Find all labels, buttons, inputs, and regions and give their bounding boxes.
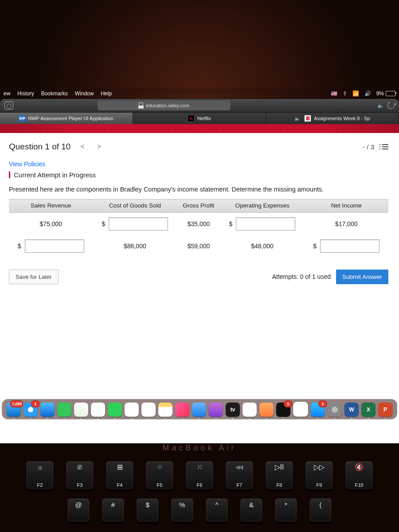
mac-menubar: ew History Bookmarks Window Help 🇺🇸 ⇪ 📶 … xyxy=(0,89,399,98)
key-f5[interactable]: ⁘F5 xyxy=(145,461,174,490)
col-gross: Gross Profit xyxy=(177,200,220,213)
save-for-later-button[interactable]: Save for Later xyxy=(9,270,59,284)
key-9[interactable]: ( xyxy=(309,498,332,523)
dock-podcasts[interactable] xyxy=(209,403,223,417)
key-f8[interactable]: ▷IIF8 xyxy=(265,461,293,490)
key-3[interactable]: # xyxy=(102,498,125,523)
flag-icon: 🇺🇸 xyxy=(331,90,337,97)
hinge-label: MacBook Air xyxy=(162,443,236,453)
view-policies-link[interactable]: View Policies xyxy=(9,160,388,168)
submit-answer-button[interactable]: Submit Answer xyxy=(336,270,388,284)
currency-symbol: $ xyxy=(102,220,107,227)
tab-assignments[interactable]: 🔈 📕 Assignments Week 8 - Sp xyxy=(266,113,399,124)
dock-powerpoint[interactable]: P xyxy=(378,403,392,417)
key-f4[interactable]: ⊞F4 xyxy=(106,461,134,490)
dock-messages[interactable] xyxy=(57,403,71,417)
tab-bar: WP NWP Assessment Player UI Application … xyxy=(0,112,399,124)
currency-symbol: $ xyxy=(313,243,318,250)
favicon-icon: WP xyxy=(19,115,25,121)
dock-news[interactable] xyxy=(243,403,257,417)
menu-item[interactable]: Window xyxy=(75,90,94,97)
wifi-icon: 📶 xyxy=(352,90,359,97)
dock-reminders[interactable] xyxy=(141,403,156,417)
table-row: $75,000 $ $35,000 $ $17,000 xyxy=(9,212,388,235)
dock-files[interactable] xyxy=(192,403,206,417)
question-prompt: Presented here are the components in Bra… xyxy=(9,186,388,193)
key-4[interactable]: $ xyxy=(136,498,159,523)
app-menus[interactable]: ew History Bookmarks Window Help xyxy=(4,90,112,97)
menu-item[interactable]: History xyxy=(17,90,34,97)
url-host: education.wiley.com xyxy=(146,103,189,108)
key-f7[interactable]: ◃◃F7 xyxy=(225,461,254,490)
cell-net: $17,000 xyxy=(304,212,388,235)
prev-question-button[interactable]: < xyxy=(78,143,87,151)
dock-music[interactable] xyxy=(175,403,189,417)
key-f9[interactable]: ▷▷F9 xyxy=(305,461,333,490)
tab-netflix[interactable]: N Netflix xyxy=(133,113,266,124)
income-statement-table: Sales Revenue Cost of Goods Sold Gross P… xyxy=(9,199,388,257)
dock: 7,288 1 MAR 4 tv 5 2 W X P xyxy=(2,399,397,419)
dock-sysprefs[interactable] xyxy=(328,403,342,417)
key-7[interactable]: & xyxy=(240,498,263,523)
key-5[interactable]: % xyxy=(171,498,194,523)
dock-tv[interactable]: tv xyxy=(226,403,240,417)
question-list-icon[interactable] xyxy=(382,144,388,149)
key-f2[interactable]: ☼F2 xyxy=(26,461,54,490)
question-counter: Question 1 of 10 xyxy=(9,142,70,152)
dock-facetime[interactable] xyxy=(108,403,122,417)
key-6[interactable]: ^ xyxy=(205,498,228,523)
cell-opex: $48,000 xyxy=(220,235,305,257)
cell-cogs: $86,000 xyxy=(93,235,177,257)
reload-icon[interactable] xyxy=(386,101,396,110)
favicon-icon: 📕 xyxy=(304,115,311,122)
menu-item[interactable]: Help xyxy=(101,90,112,97)
dock-stocks[interactable]: 5 xyxy=(276,403,290,417)
key-f6[interactable]: ⁙F6 xyxy=(185,461,214,490)
tab-label: NWP Assessment Player UI Application xyxy=(28,116,113,121)
dock-notes[interactable] xyxy=(158,403,172,417)
dock-home[interactable] xyxy=(259,403,274,417)
col-cogs: Cost of Goods Sold xyxy=(93,200,177,213)
key-f10[interactable]: 🔇F10 xyxy=(345,461,373,490)
dock-safari[interactable]: 1 xyxy=(23,403,38,417)
col-sales: Sales Revenue xyxy=(9,200,93,213)
address-bar[interactable]: education.wiley.com xyxy=(98,101,231,110)
attempts-used: Attempts: 0 of 1 used xyxy=(272,273,331,280)
privacy-shield-icon[interactable]: ◯ xyxy=(4,102,13,110)
tab-audio-icon[interactable]: 🔈 xyxy=(294,116,301,121)
volume-icon: 🔊 xyxy=(364,90,371,97)
cell-gross: $35,000 xyxy=(177,212,220,235)
laptop-keyboard: MacBook Air ☼F2 ⎚F3 ⊞F4 ⁘F5 ⁙F6 ◃◃F7 ▷II… xyxy=(0,443,399,532)
airdrop-icon: ⇪ xyxy=(343,90,347,97)
menu-item[interactable]: Bookmarks xyxy=(41,90,68,97)
dock-maps[interactable] xyxy=(74,403,88,417)
tab-label: Netflix xyxy=(197,116,211,121)
dock-appstore[interactable]: 2 xyxy=(311,403,325,417)
cell-sales: $75,000 xyxy=(9,212,93,235)
dock-word[interactable]: W xyxy=(344,403,359,417)
net-input-row2[interactable] xyxy=(320,239,379,253)
dock-excel[interactable]: X xyxy=(361,403,376,417)
opex-input-row1[interactable] xyxy=(236,217,295,231)
key-2[interactable]: @ xyxy=(67,498,90,523)
sales-input-row2[interactable] xyxy=(25,239,84,253)
browser-toolbar: ◯ education.wiley.com 🔈 xyxy=(0,99,399,112)
dock-mail[interactable] xyxy=(40,403,55,417)
dock-finder[interactable]: 7,288 xyxy=(7,403,21,417)
key-f3[interactable]: ⎚F3 xyxy=(66,461,94,490)
favicon-icon: N xyxy=(188,115,195,122)
tab-audio-icon[interactable]: 🔈 xyxy=(377,102,384,109)
key-8[interactable]: * xyxy=(274,498,297,523)
dock-calendar[interactable]: MAR 4 xyxy=(125,403,139,417)
number-key-row: @ # $ % ^ & * ( xyxy=(67,498,332,523)
cogs-input-row1[interactable] xyxy=(109,217,168,231)
dock-pages[interactable] xyxy=(293,402,308,417)
menu-item[interactable]: ew xyxy=(4,90,10,97)
col-opex: Operating Expenses xyxy=(220,200,305,213)
cell-gross: $59,000 xyxy=(177,235,220,257)
question-footer: Save for Later Attempts: 0 of 1 used Sub… xyxy=(9,270,388,284)
tab-nwp[interactable]: WP NWP Assessment Player UI Application xyxy=(0,113,133,124)
dock-photos[interactable] xyxy=(91,403,105,417)
cell-sales-input: $ xyxy=(9,235,93,257)
next-question-button[interactable]: > xyxy=(94,143,104,151)
